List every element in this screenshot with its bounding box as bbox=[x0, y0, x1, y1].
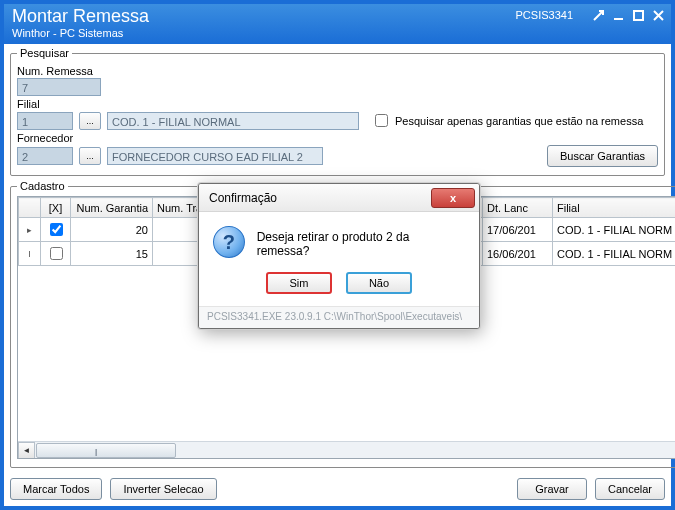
grid-legend: Cadastro bbox=[17, 180, 68, 192]
only-in-remessa-label: Pesquisar apenas garantias que estão na … bbox=[395, 115, 643, 127]
confirmation-dialog: Confirmação x ? Deseja retirar o produto… bbox=[198, 183, 480, 329]
scroll-thumb[interactable]: ||| bbox=[36, 443, 176, 458]
col-dt-lanc[interactable]: Dt. Lanc bbox=[483, 198, 553, 218]
fornecedor-label: Fornecedor bbox=[17, 132, 658, 144]
dialog-statusbar: PCSIS3341.EXE 23.0.9.1 C:\WinThor\Spool\… bbox=[199, 306, 479, 328]
row-marker: ▸ bbox=[19, 218, 41, 242]
filial-label: Filial bbox=[17, 98, 658, 110]
col-num-garantia[interactable]: Num. Garantia bbox=[71, 198, 153, 218]
fornecedor-lookup-button[interactable]: ... bbox=[79, 147, 101, 165]
col-selector[interactable] bbox=[19, 198, 41, 218]
cell-num-garantia: 15 bbox=[71, 242, 153, 266]
close-icon[interactable] bbox=[651, 8, 665, 22]
filial-lookup-button[interactable]: ... bbox=[79, 112, 101, 130]
window-code: PCSIS3341 bbox=[516, 9, 573, 21]
scroll-left-button[interactable]: ◄ bbox=[18, 442, 35, 459]
remessa-label: Num. Remessa bbox=[17, 65, 658, 77]
dialog-title: Confirmação bbox=[209, 191, 277, 205]
col-check[interactable]: [X] bbox=[41, 198, 71, 218]
dialog-titlebar: Confirmação x bbox=[199, 184, 479, 212]
filial-desc-field: COD. 1 - FILIAL NORMAL bbox=[107, 112, 359, 130]
dialog-close-button[interactable]: x bbox=[431, 188, 475, 208]
fornecedor-desc-field: FORNECEDOR CURSO EAD FILIAL 2 bbox=[107, 147, 323, 165]
row-marker: I bbox=[19, 242, 41, 266]
search-group: Pesquisar Num. Remessa 7 Filial 1 ... CO… bbox=[10, 47, 665, 176]
window-tool-icon[interactable] bbox=[591, 8, 605, 22]
minimize-icon[interactable] bbox=[611, 8, 625, 22]
marcar-todos-button[interactable]: Marcar Todos bbox=[10, 478, 102, 500]
titlebar: Montar Remessa Winthor - PC Sistemas PCS… bbox=[4, 4, 671, 44]
nao-button[interactable]: Não bbox=[346, 272, 412, 294]
horizontal-scrollbar[interactable]: ◄ ||| ► bbox=[18, 441, 675, 458]
fornecedor-code-input[interactable]: 2 bbox=[17, 147, 73, 165]
only-in-remessa-checkbox[interactable]: Pesquisar apenas garantias que estão na … bbox=[371, 111, 643, 130]
window-title: Montar Remessa bbox=[12, 6, 516, 26]
only-in-remessa-input[interactable] bbox=[375, 114, 388, 127]
row-checkbox[interactable] bbox=[50, 247, 63, 260]
cell-filial: COD. 1 - FILIAL NORM bbox=[553, 242, 676, 266]
cell-dt-lanc: 17/06/201 bbox=[483, 218, 553, 242]
cancelar-button[interactable]: Cancelar bbox=[595, 478, 665, 500]
cell-num-garantia: 20 bbox=[71, 218, 153, 242]
window-subtitle: Winthor - PC Sistemas bbox=[12, 26, 516, 40]
row-checkbox[interactable] bbox=[50, 223, 63, 236]
question-icon: ? bbox=[213, 226, 245, 258]
maximize-icon[interactable] bbox=[631, 8, 645, 22]
buscar-garantias-button[interactable]: Buscar Garantias bbox=[547, 145, 658, 167]
close-icon: x bbox=[450, 192, 456, 204]
inverter-selecao-button[interactable]: Inverter Selecao bbox=[110, 478, 216, 500]
row-checkbox-cell[interactable] bbox=[41, 218, 71, 242]
filial-code-input[interactable]: 1 bbox=[17, 112, 73, 130]
cell-filial: COD. 1 - FILIAL NORM bbox=[553, 218, 676, 242]
dialog-message: Deseja retirar o produto 2 da remessa? bbox=[257, 226, 463, 258]
cell-dt-lanc: 16/06/201 bbox=[483, 242, 553, 266]
sim-button[interactable]: Sim bbox=[266, 272, 332, 294]
remessa-input[interactable]: 7 bbox=[17, 78, 101, 96]
svg-rect-0 bbox=[634, 11, 643, 20]
search-legend: Pesquisar bbox=[17, 47, 72, 59]
footer-bar: Marcar Todos Inverter Selecao Gravar Can… bbox=[10, 472, 665, 500]
gravar-button[interactable]: Gravar bbox=[517, 478, 587, 500]
row-checkbox-cell[interactable] bbox=[41, 242, 71, 266]
col-filial[interactable]: Filial bbox=[553, 198, 676, 218]
